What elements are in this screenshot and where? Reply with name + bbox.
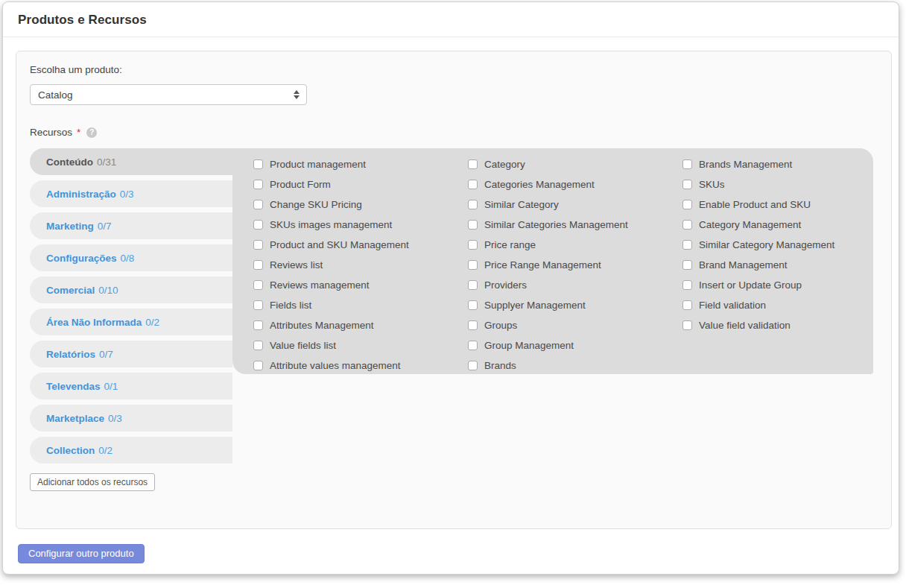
tab-comercial[interactable]: Comercial0/10 (30, 276, 232, 303)
resource-item-attributes-management[interactable]: Attributes Management (253, 315, 468, 335)
resource-checkbox[interactable] (253, 240, 263, 250)
resource-item-insert-or-update-group[interactable]: Insert or Update Group (682, 275, 873, 295)
tab-televendas[interactable]: Televendas0/1 (30, 373, 232, 399)
resource-item-product-management[interactable]: Product management (253, 154, 468, 174)
resource-item-brand-management[interactable]: Brand Management (682, 255, 873, 275)
resource-checkbox-label: SKUs images management (270, 219, 392, 230)
tab-administracao[interactable]: Administração0/3 (30, 180, 232, 207)
resource-checkbox[interactable] (682, 200, 692, 209)
resource-checkbox[interactable] (253, 200, 263, 209)
resource-checkbox[interactable] (253, 341, 263, 350)
resource-checkbox[interactable] (468, 300, 478, 310)
resources-form-panel: Escolha um produto: Catalog Recursos * ?… (16, 51, 892, 529)
resource-checkbox-label: Enable Product and SKU (699, 199, 811, 210)
resource-item-value-field-validation[interactable]: Value field validation (682, 315, 873, 335)
product-select[interactable]: Catalog (30, 84, 307, 105)
resource-checkbox-label: Brands (484, 360, 516, 371)
resource-item-price-range-management[interactable]: Price Range Management (468, 255, 682, 275)
resource-checkbox[interactable] (682, 220, 692, 230)
configure-other-product-button[interactable]: Configurar outro produto (18, 544, 145, 563)
resource-checkbox-label: Insert or Update Group (699, 279, 802, 291)
resource-checkbox[interactable] (253, 260, 263, 270)
page-title: Produtos e Recursos (3, 2, 899, 28)
resource-item-skus-images-management[interactable]: SKUs images management (253, 215, 468, 235)
resource-item-skus[interactable]: SKUs (682, 174, 873, 195)
resource-checkbox[interactable] (253, 220, 263, 230)
resource-item-brands[interactable]: Brands (468, 355, 682, 376)
tab-marketing[interactable]: Marketing0/7 (30, 212, 232, 239)
tab-count: 0/7 (99, 349, 113, 360)
resource-tabs: Conteúdo0/31Administração0/3Marketing0/7… (30, 148, 232, 491)
tab-marketplace[interactable]: Marketplace0/3 (30, 405, 232, 431)
resource-item-category[interactable]: Category (468, 154, 682, 174)
resource-item-field-validation[interactable]: Field validation (682, 295, 873, 315)
resource-item-change-sku-pricing[interactable]: Change SKU Pricing (253, 195, 468, 215)
resource-item-similar-category[interactable]: Similar Category (468, 195, 682, 215)
resource-item-providers[interactable]: Providers (468, 275, 682, 295)
resource-checkbox[interactable] (468, 200, 478, 209)
resource-checkbox[interactable] (682, 180, 692, 189)
resource-item-supplyer-management[interactable]: Supplyer Management (468, 295, 682, 315)
resource-checkbox[interactable] (682, 260, 692, 270)
resource-checkbox-label: Product and SKU Management (270, 239, 409, 250)
help-question-icon[interactable]: ? (86, 127, 97, 138)
resource-checkbox[interactable] (253, 300, 263, 310)
resource-item-value-fields-list[interactable]: Value fields list (253, 335, 468, 355)
resource-checkbox[interactable] (468, 280, 478, 290)
tab-label: Comercial (46, 285, 95, 296)
resource-item-fields-list[interactable]: Fields list (253, 295, 468, 315)
resource-checkbox[interactable] (253, 320, 263, 330)
resource-item-category-management[interactable]: Category Management (682, 215, 873, 235)
resource-item-categories-management[interactable]: Categories Management (468, 174, 682, 195)
resource-checkbox[interactable] (253, 280, 263, 290)
tab-area-nao-informada[interactable]: Área Não Informada0/2 (30, 309, 232, 335)
tab-relatorios[interactable]: Relatórios0/7 (30, 341, 232, 367)
resource-item-reviews-list[interactable]: Reviews list (253, 255, 468, 275)
resource-checkbox[interactable] (468, 180, 478, 189)
resource-item-similar-categories-management[interactable]: Similar Categories Management (468, 215, 682, 235)
tab-collection[interactable]: Collection0/2 (30, 437, 232, 464)
tab-conteudo[interactable]: Conteúdo0/31 (30, 148, 232, 175)
resource-item-product-form[interactable]: Product Form (253, 174, 468, 195)
resource-checkbox[interactable] (468, 220, 478, 230)
resource-item-price-range[interactable]: Price range (468, 235, 682, 255)
resource-checkbox[interactable] (682, 159, 692, 169)
resource-item-groups[interactable]: Groups (468, 315, 682, 335)
resource-checkbox[interactable] (468, 260, 478, 270)
resource-checkbox-label: Price range (484, 239, 536, 250)
resource-checkbox-label: Value fields list (270, 340, 336, 351)
resource-checkbox[interactable] (682, 300, 692, 310)
resource-checkbox[interactable] (253, 180, 263, 189)
resource-checkbox-label: Brand Management (699, 259, 788, 271)
resource-checkbox[interactable] (253, 361, 263, 370)
resource-item-attribute-values-management[interactable]: Attribute values management (253, 355, 468, 376)
resource-checkbox[interactable] (468, 159, 478, 169)
tab-label: Área Não Informada (46, 317, 142, 328)
resource-item-brands-management[interactable]: Brands Management (682, 154, 873, 174)
resource-checkbox-label: Value field validation (699, 320, 791, 331)
resource-item-enable-product-and-sku[interactable]: Enable Product and SKU (682, 195, 873, 215)
resource-checkbox[interactable] (682, 240, 692, 250)
resource-item-similar-category-management[interactable]: Similar Category Management (682, 235, 873, 255)
resource-checkbox-label: Price Range Management (484, 259, 601, 271)
resource-checkbox[interactable] (468, 341, 478, 350)
resource-checkbox[interactable] (682, 320, 692, 330)
tab-count: 0/8 (121, 253, 135, 264)
footer-row: Configurar outro produto (18, 544, 899, 563)
resource-checkbox-label: Similar Categories Management (484, 219, 628, 230)
add-all-resources-button[interactable]: Adicionar todos os recursos (30, 473, 155, 491)
resource-checkbox[interactable] (468, 320, 478, 330)
tab-count: 0/2 (145, 317, 159, 328)
resource-checkbox[interactable] (468, 240, 478, 250)
resource-checkbox[interactable] (253, 159, 263, 169)
resource-checkbox-label: Similar Category (484, 199, 559, 210)
resource-item-reviews-management[interactable]: Reviews management (253, 275, 468, 295)
resource-checkbox[interactable] (682, 280, 692, 290)
checkbox-column: Product managementProduct FormChange SKU… (253, 154, 468, 374)
resource-item-product-and-sku-management[interactable]: Product and SKU Management (253, 235, 468, 255)
resource-checkbox[interactable] (468, 361, 478, 370)
tab-configuracoes[interactable]: Configurações0/8 (30, 244, 232, 271)
resource-checkbox-panel: Product managementProduct FormChange SKU… (232, 148, 873, 374)
tab-label: Administração (46, 189, 116, 200)
resource-item-group-management[interactable]: Group Management (468, 335, 682, 355)
